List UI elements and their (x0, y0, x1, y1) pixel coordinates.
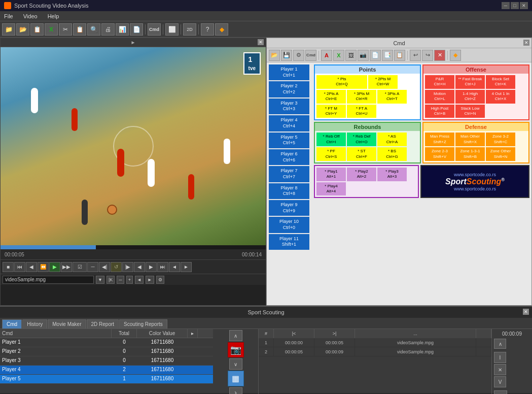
zone32-btn[interactable]: Zone 3-2Shift+C (486, 133, 515, 146)
frp-v-btn[interactable]: V (494, 376, 506, 387)
tab-movie-maker[interactable]: Movie Maker (48, 319, 86, 329)
fast-fwd-btn[interactable]: ⏭ (157, 262, 168, 272)
tab-cmd[interactable]: Cmd (2, 319, 22, 329)
tb-doc[interactable]: 📄 (130, 23, 143, 36)
menu-file[interactable]: File (2, 13, 15, 19)
loop-btn[interactable]: ↺ (111, 262, 122, 272)
minus-btn[interactable]: ─ (87, 262, 98, 272)
vol-down-btn[interactable]: ◄ (169, 262, 180, 272)
tb-vertical[interactable]: ⬜ (165, 23, 179, 36)
manpress-btn[interactable]: Man PressShift+Z (425, 133, 454, 146)
tab-scouting-reports[interactable]: Scouting Reports (119, 319, 167, 329)
frp-up-btn[interactable]: ∧ (494, 339, 506, 349)
cmd-tb-delete[interactable]: ✕ (434, 50, 445, 61)
table-row[interactable]: Player 5 1 16711680 (0, 375, 213, 384)
minimize-button[interactable]: ─ (502, 2, 510, 9)
tb-open[interactable]: 📂 (16, 23, 29, 36)
rebdef-btn[interactable]: * Reb DefCtrl+O (347, 133, 376, 146)
tab-2d-report[interactable]: 2D Report (87, 319, 119, 329)
play2-btn[interactable]: * Play2Alt+2 (347, 168, 376, 181)
slow-fwd-btn[interactable]: |▶ (122, 262, 133, 272)
stacklow-btn[interactable]: Stack LowCtrl+N (455, 105, 485, 118)
tb-chart[interactable]: 📊 (116, 23, 129, 36)
cmd-tb-doc1[interactable]: 📄 (370, 50, 381, 61)
table-row-selected[interactable]: Player 4 2 16711680 (0, 366, 213, 375)
step-back-button[interactable]: ⏪ (38, 262, 49, 272)
tb-folder[interactable]: 📋 (30, 23, 44, 36)
tb-info[interactable]: ◆ (215, 23, 228, 36)
vol-up-btn[interactable]: ► (181, 262, 192, 272)
player-10-btn[interactable]: Player 10Ctrl+0 (269, 217, 309, 233)
highpost-btn[interactable]: High PostCtrl+B (425, 105, 454, 118)
tb-search[interactable]: 🔍 (87, 23, 100, 36)
pts-btn[interactable]: * PtsCtrl+Q (316, 75, 367, 89)
video-timeline[interactable] (1, 245, 266, 249)
fn-dash[interactable]: ─ (117, 276, 124, 284)
2pta-btn[interactable]: * 2Pts ACtrl+E (316, 90, 346, 104)
br-row[interactable]: 1 00:00:00 00:00:05 videoSample.mpg (259, 338, 491, 347)
play4-btn[interactable]: * Play4Alt+4 (316, 182, 346, 196)
player-6-btn[interactable]: Player 6Ctrl+6 (269, 149, 309, 165)
st-btn[interactable]: * STCtrl+F (347, 147, 376, 161)
bs-btn[interactable]: * BSCtrl+G (377, 147, 407, 161)
fn-settings[interactable]: ⚙ (156, 276, 164, 284)
tb-help[interactable]: ? (201, 23, 214, 36)
cmd-tb-gear[interactable]: ⚙ (293, 50, 304, 61)
tb-print[interactable]: 🖨 (101, 23, 115, 36)
player-5-btn[interactable]: Player 5Ctrl+5 (269, 133, 309, 148)
reboff-btn[interactable]: * Reb OffCtrl+I (316, 133, 346, 146)
14h-btn[interactable]: 1-4 HighCtrl+Z (455, 90, 485, 104)
tb-new[interactable]: 📁 (2, 23, 15, 36)
frp-fwd-btn[interactable]: › (494, 390, 507, 394)
player-3-btn[interactable]: Player 3Ctrl+3 (269, 98, 309, 114)
tb-2d[interactable]: 2D (183, 23, 196, 36)
checkbox-btn[interactable]: ☑ (73, 262, 87, 272)
cmd-tb-doc3[interactable]: 📋 (394, 50, 405, 61)
cmd-tb-doc2[interactable]: 📑 (382, 50, 393, 61)
pr-btn[interactable]: P&RCtrl+H (425, 75, 454, 89)
cmd-tb-info[interactable]: ◆ (450, 50, 461, 61)
player-7-btn[interactable]: Player 7Ctrl+7 (269, 166, 309, 182)
player-4-btn[interactable]: Player 4Ctrl+4 (269, 115, 309, 131)
fta-btn[interactable]: * FT ACtrl+U (347, 105, 376, 118)
play1-btn[interactable]: * Play1Alt+1 (316, 168, 346, 181)
zone23-btn[interactable]: Zone 2-3Shift+V (425, 147, 454, 161)
stop-button[interactable]: ■ (3, 262, 14, 272)
cmd-tb-fwd[interactable]: ↪ (422, 50, 433, 61)
player-1-btn[interactable]: Player 1Ctrl+1 (269, 64, 309, 80)
fn-fwd[interactable]: ► (146, 276, 154, 284)
tb-cut[interactable]: ✂ (59, 23, 72, 36)
motion-btn[interactable]: MotionCtrl+L (425, 90, 454, 104)
fn-plus[interactable]: + (126, 276, 133, 284)
tb-excel[interactable]: X (45, 23, 58, 36)
ftm-btn[interactable]: * FT MCtrl+Y (316, 105, 346, 118)
cmd-close-button[interactable]: ✕ (523, 40, 529, 46)
tab-history[interactable]: History (22, 319, 47, 329)
cmd-tb-cmd[interactable]: Cmd (305, 50, 316, 61)
zoneother-btn[interactable]: Zone OtherShift+N (486, 147, 515, 161)
bc-down-btn[interactable]: ∨ (229, 358, 242, 370)
bc-icon-btn1[interactable]: 📷 (228, 342, 244, 357)
menu-video[interactable]: Video (21, 13, 40, 19)
cmd-tb-save[interactable]: 💾 (281, 50, 292, 61)
bc-icon-btn2[interactable]: ▦ (228, 371, 244, 386)
maximize-button[interactable]: □ (511, 2, 519, 9)
cmd-tb-open[interactable]: 📂 (269, 50, 280, 61)
4out-btn[interactable]: 4 Out 1 InCtrl+X (486, 90, 515, 104)
mark-out-btn[interactable]: ▶ (146, 262, 157, 272)
table-row[interactable]: Player 1 0 16711680 (0, 338, 213, 347)
forward-button[interactable]: ▶▶ (61, 262, 72, 272)
fn-ctrl-k[interactable]: |K (107, 276, 115, 284)
as-btn[interactable]: * ASCtrl+A (377, 133, 407, 146)
fb-btn[interactable]: ** Fast BreakCtrl+J (455, 75, 485, 89)
frp-x-btn[interactable]: ✕ (494, 364, 506, 375)
player-9-btn[interactable]: Player 9Ctrl+9 (269, 200, 309, 216)
player-11-btn[interactable]: Player 11Shift+1 (269, 234, 309, 250)
3ptm-btn[interactable]: * 3Pts MCtrl+R (347, 90, 376, 104)
table-row[interactable]: Player 3 0 16711680 (0, 356, 213, 366)
player-8-btn[interactable]: Player 8Ctrl+8 (269, 183, 309, 199)
filename-dropdown[interactable]: ▼ (96, 276, 104, 284)
mark-in-btn[interactable]: ◀ (134, 262, 145, 272)
menu-help[interactable]: Help (46, 13, 61, 19)
br-row[interactable]: 2 00:00:05 00:00:09 videoSample.mpg (259, 347, 491, 356)
